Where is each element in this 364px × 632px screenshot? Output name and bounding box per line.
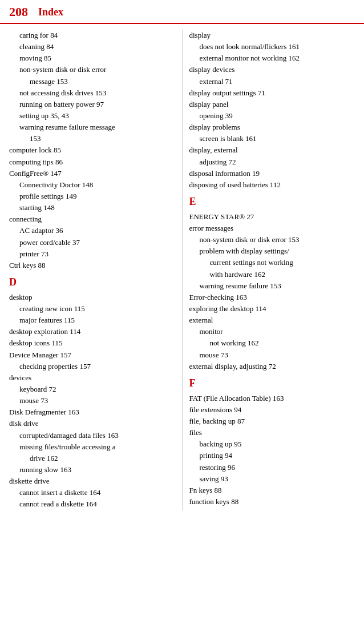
index-entry: diskette drive — [9, 476, 175, 487]
index-entry: mouse 73 — [9, 395, 175, 406]
index-entry: power cord/cable 37 — [9, 237, 175, 248]
index-entry: running on battery power 97 — [9, 99, 175, 110]
index-entry: disposal information 19 — [189, 168, 355, 179]
index-entry: Disk Defragmenter 163 — [9, 406, 175, 418]
index-entry: FAT (File Allocation Table) 163 — [189, 393, 355, 404]
index-entry: display panel — [189, 99, 355, 110]
index-entry: moving 85 — [9, 53, 175, 64]
index-entry: external — [189, 315, 355, 326]
index-entry: printing 94 — [189, 450, 355, 461]
index-entry: devices — [9, 372, 175, 384]
index-entry: cannot insert a diskette 164 — [9, 487, 175, 498]
index-entry: non-system disk or disk error 153 — [189, 234, 355, 245]
index-entry: error messages — [189, 223, 355, 234]
index-entry: Fn keys 88 — [189, 485, 355, 496]
index-entry: does not look normal/flickers 161 — [189, 41, 355, 53]
index-entry: problem with display settings/ — [189, 245, 355, 257]
index-entry: backing up 95 — [189, 438, 355, 450]
index-entry: E — [189, 194, 355, 210]
index-entry: message 153 — [9, 76, 175, 87]
index-entry: files — [189, 427, 355, 438]
index-entry: major features 115 — [9, 315, 175, 326]
index-entry: creating new icon 115 — [9, 303, 175, 315]
index-entry: F — [189, 376, 355, 392]
page-title: Index — [38, 6, 63, 18]
column-divider — [182, 30, 183, 510]
left-column: caring for 84cleaning 84moving 85non-sys… — [9, 30, 180, 510]
index-entry: Device Manager 157 — [9, 349, 175, 361]
index-entry: non-system disk or disk error — [9, 64, 175, 75]
index-entry: external 71 — [189, 76, 355, 87]
index-entry: display output settings 71 — [189, 87, 355, 99]
index-entry: Ctrl keys 88 — [9, 260, 175, 271]
index-entry: saving 93 — [189, 473, 355, 485]
index-entry: Connectivity Doctor 148 — [9, 179, 175, 191]
index-entry: corrupted/damaged data files 163 — [9, 430, 175, 441]
index-entry: running slow 163 — [9, 464, 175, 476]
index-entry: desktop exploration 114 — [9, 326, 175, 337]
index-entry: exploring the desktop 114 — [189, 303, 355, 315]
index-entry: missing files/trouble accessing a — [9, 441, 175, 453]
index-entry: file extensions 94 — [189, 404, 355, 416]
index-entry: function keys 88 — [189, 496, 355, 508]
index-entry: checking properties 157 — [9, 361, 175, 372]
index-entry: keyboard 72 — [9, 384, 175, 395]
index-entry: computer lock 85 — [9, 144, 175, 156]
index-entry: computing tips 86 — [9, 156, 175, 168]
index-entry: AC adaptor 36 — [9, 225, 175, 236]
index-entry: with hardware 162 — [189, 269, 355, 280]
index-entry: printer 73 — [9, 248, 175, 260]
index-entry: desktop — [9, 292, 175, 303]
index-entry: desktop icons 115 — [9, 337, 175, 349]
index-entry: external monitor not working 162 — [189, 53, 355, 64]
index-entry: warning resume failure 153 — [189, 280, 355, 292]
index-entry: screen is blank 161 — [189, 133, 355, 144]
index-entry: 153 — [9, 133, 175, 144]
index-entry: display devices — [189, 64, 355, 75]
index-entry: adjusting 72 — [189, 156, 355, 168]
index-entry: caring for 84 — [9, 30, 175, 41]
index-entry: opening 39 — [189, 110, 355, 122]
index-entry: display, external — [189, 144, 355, 156]
index-entry: not working 162 — [189, 337, 355, 349]
index-entry: profile settings 149 — [9, 191, 175, 202]
index-entry: cleaning 84 — [9, 41, 175, 53]
index-entry: warning resume failure message — [9, 122, 175, 133]
index-entry: mouse 73 — [189, 349, 355, 361]
index-entry: file, backing up 87 — [189, 416, 355, 427]
index-entry: ConfigFree® 147 — [9, 168, 175, 179]
index-entry: D — [9, 275, 175, 291]
index-entry: cannot read a diskette 164 — [9, 498, 175, 510]
index-entry: display problems — [189, 122, 355, 133]
index-entry: restoring 96 — [189, 462, 355, 473]
index-entry: setting up 35, 43 — [9, 110, 175, 122]
index-entry: display — [189, 30, 355, 41]
page-header: 208 Index — [0, 0, 364, 24]
index-entry: ENERGY STAR® 27 — [189, 211, 355, 223]
index-entry: monitor — [189, 326, 355, 337]
index-entry: starting 148 — [9, 202, 175, 214]
index-entry: not accessing disk drives 153 — [9, 87, 175, 99]
index-entry: Error-checking 163 — [189, 292, 355, 303]
index-entry: connecting — [9, 214, 175, 225]
right-column: displaydoes not look normal/flickers 161… — [185, 30, 355, 510]
index-entry: current settings not working — [189, 257, 355, 268]
page-number: 208 — [9, 5, 28, 19]
index-entry: disk drive — [9, 418, 175, 429]
index-entry: external display, adjusting 72 — [189, 361, 355, 372]
index-entry: drive 162 — [9, 453, 175, 464]
index-entry: disposing of used batteries 112 — [189, 179, 355, 191]
